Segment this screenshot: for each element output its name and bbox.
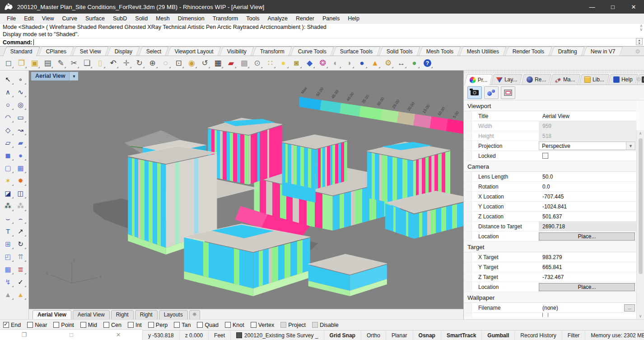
menu-item[interactable]: Solid [131,14,152,24]
toolbar-tab[interactable]: Transform [252,47,292,56]
pan-icon[interactable]: ✛ [121,57,132,69]
panel-tab[interactable]: Pr... [464,74,493,85]
trim-icon[interactable]: ◪ [2,187,14,199]
osnap-toggle[interactable]: Project [280,322,306,328]
maximize-icon[interactable]: □ [70,331,73,338]
status-segment[interactable]: Filter [562,331,586,340]
projection-dropdown[interactable]: Perspective ▼ [539,142,635,150]
rectangle-icon[interactable]: ▭ [14,111,27,123]
locked-checkbox[interactable] [542,153,548,159]
split-icon[interactable]: ◫ [14,187,27,199]
lamp-icon[interactable]: ● [278,57,289,69]
status-segment[interactable]: Feet [209,331,231,340]
rebuild-curve-icon[interactable]: ⌢ [14,212,27,225]
menu-item[interactable]: SubD [109,14,131,24]
edit-notes-icon[interactable]: ✎ [55,57,66,69]
close-button[interactable]: ✕ [623,0,644,14]
menu-item[interactable]: View [38,14,58,24]
interp-curve-icon[interactable]: ∿ [14,85,27,98]
cut-icon[interactable]: ✂ [68,57,79,69]
sphere-xray-icon[interactable]: ◑ [343,57,355,69]
menu-item[interactable]: Dimension [174,14,209,24]
toolbar-tab[interactable]: Solid Tools [379,47,420,56]
save-icon[interactable]: ▣ [29,57,40,69]
viewport-title-menu[interactable]: Aerial View ▼ [31,72,78,80]
menu-item[interactable]: Curve [58,14,81,24]
command-area[interactable]: Mode <Shaded> ( Wireframe Shaded Rendere… [0,24,644,47]
lock-icon[interactable]: ◙ [291,57,302,69]
prop-value-lens[interactable]: 50.0 [539,172,636,181]
panel-tab[interactable]: Re... [521,74,551,85]
surface-patch-icon[interactable]: ▱ [2,136,14,149]
osnap-toggle[interactable]: Point [53,322,74,328]
mesh-box-icon[interactable]: ▦ [14,161,27,174]
prop-value-title[interactable]: Aerial View [539,111,636,121]
toolbar-tab[interactable]: Display [107,47,140,56]
status-segment[interactable]: Record History [515,331,562,340]
polyline-icon[interactable]: ∧ [2,85,14,98]
extrude-straight-icon[interactable]: ⇈ [14,250,27,263]
toolbar-tab[interactable]: Drafting [551,47,584,56]
floating-window-controls[interactable]: ❐ □ ✕ [0,329,143,340]
scroll-down-icon[interactable]: ∨ [639,313,642,319]
toolbar-tab[interactable]: Set View [72,47,108,56]
checkbox-icon[interactable] [80,322,86,328]
checkbox-icon[interactable] [174,322,180,328]
checkbox-icon[interactable] [148,322,154,328]
checkbox-icon[interactable] [27,322,33,328]
toolbar-tab[interactable]: Render Tools [505,47,552,56]
command-scrollbar[interactable]: ∧∨ [639,24,643,31]
close-icon[interactable]: ✕ [116,331,121,338]
status-segment[interactable]: Planar [386,331,413,340]
toolbar-tab[interactable]: Curve Tools [290,47,334,56]
zoom-lens-icon[interactable]: ◉ [186,57,197,69]
cone-tool-icon[interactable]: ▲ [2,288,14,301]
osnap-toggle[interactable]: End [3,322,21,328]
status-segment[interactable]: Gumball [482,331,515,340]
check-icon[interactable]: ✓ [14,275,27,288]
menu-item[interactable]: Help [344,14,364,24]
panel-tab[interactable]: Lay... [491,74,523,85]
viewport-tab[interactable]: Layouts [159,310,188,319]
zoom-window-icon[interactable]: ◌ [160,57,171,69]
menu-item[interactable]: Analyze [263,14,291,24]
menu-item[interactable]: Mesh [152,14,174,24]
color-wheel-icon[interactable]: ❂ [317,57,328,69]
filename-browse-button[interactable]: ... [624,304,635,312]
point-light-icon[interactable]: ∷ [265,57,276,69]
sphere-render-icon[interactable]: ● [356,57,368,69]
checkbox-icon[interactable] [53,322,59,328]
osnap-toggle[interactable]: Perp [148,322,168,328]
chevron-down-icon[interactable]: ▼ [69,72,78,80]
status-segment[interactable]: z 0.000 [180,331,209,340]
toolbar-tab[interactable]: Select [139,47,169,56]
cylinder-icon[interactable]: ▢ [2,161,14,174]
point-icon[interactable]: ∘ [14,73,27,85]
checkbox-icon[interactable] [312,322,318,328]
command-spinner[interactable]: ▴▾ [636,38,643,45]
toolbar-tab[interactable]: Standard [3,47,40,56]
select-arrow-icon[interactable]: ↖ [2,73,14,85]
surface-loft-icon[interactable]: ▰ [14,136,27,149]
osnap-toggle[interactable]: Cen [103,322,121,328]
copy-tool-icon[interactable]: ⊞ [2,237,14,250]
display-mode-icon[interactable]: ◆ [304,57,315,69]
osnap-toggle[interactable]: Near [27,322,47,328]
extrude-icon[interactable]: ◰ [2,250,14,263]
polygon-icon[interactable]: ◇ [2,123,14,136]
options-gear-icon[interactable]: ⚙ [383,57,394,69]
maximize-button[interactable]: □ [602,0,623,14]
status-segment[interactable]: Grid Snap [324,331,361,340]
prop-value-z-target[interactable]: -732.467 [539,272,636,282]
osnap-toggle[interactable]: Quad [197,322,219,328]
prop-value-y-location[interactable]: -1024.841 [539,202,636,211]
fillet-icon[interactable]: ⁂ [2,199,14,212]
checkbox-icon[interactable] [128,322,134,328]
viewport-layout-icon[interactable]: ▦ [212,57,224,69]
menu-item[interactable]: Render [292,14,318,24]
panel-tab[interactable]: Ma... [550,74,580,85]
viewport-tab-gear-icon[interactable]: ❋ [189,310,200,319]
menu-item[interactable]: Surface [81,14,109,24]
prop-value-filename[interactable]: (none) [539,303,624,312]
osnap-toggle[interactable]: Tan [174,322,191,328]
